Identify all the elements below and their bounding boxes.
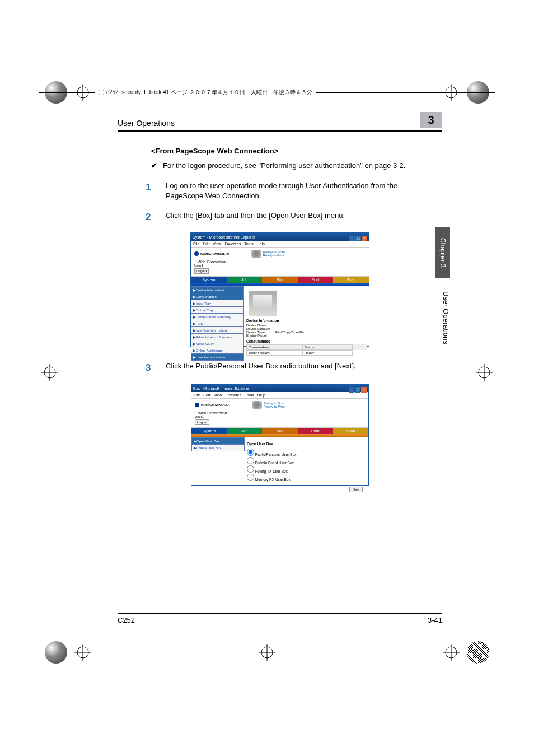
menu-admin-info[interactable]: ▶Administrator Information [191,334,244,340]
menu-favorites[interactable]: Favorites [224,242,241,246]
thumb-tab-chapter: Chapter 3 [435,227,450,278]
step-number: 1 [146,181,153,201]
tab-print[interactable]: Print [298,277,334,283]
radio-input[interactable] [247,474,254,481]
screenshot-system: System - Microsoft Internet Explorer -□×… [190,232,369,347]
radio-bulletin[interactable]: Bulletin Board User Box [247,457,366,465]
tab-box[interactable]: Box [262,428,297,434]
rule-thick [118,130,442,132]
tab-scan[interactable]: Scan [333,428,368,434]
maximize-icon[interactable]: □ [355,236,361,241]
menu-view[interactable]: View [213,242,221,246]
pswc-label: Web Connection [198,411,368,415]
pswc-label: Web Connection [198,260,369,264]
brand-text: KONICA MINOLTA [200,252,229,255]
step-text: Click the Public/Personal User Box radio… [166,361,356,375]
step-number: 2 [146,211,153,224]
dev-type-v: Print/Copy/Scan/Fax [275,330,306,334]
main-panel: Open User Box Public/Personal User Box B… [245,437,368,494]
tab-scan[interactable]: Scan [333,277,369,283]
menu-favorites[interactable]: Favorites [225,393,241,397]
next-button[interactable]: Next [349,487,363,492]
maximize-icon[interactable]: □ [355,387,360,393]
menu-tools[interactable]: Tools [245,393,254,397]
radio-memory-rx[interactable]: Memory RX User Box [247,474,366,482]
menu-online-assist[interactable]: ▶Online Assistance [191,347,244,354]
radio-polling-tx[interactable]: Polling TX User Box [247,465,366,473]
menu-tools[interactable]: Tools [244,242,253,246]
close-icon[interactable]: × [362,236,367,241]
crop-header: c252_security_E.book 41 ページ ２００７年４月１０日 火… [95,88,316,96]
tab-system[interactable]: System [191,277,227,283]
menu-file[interactable]: File [194,393,200,397]
minimize-icon[interactable]: - [349,236,355,241]
screenshot-box: Box - Microsoft Internet Explorer -□× Fi… [191,384,369,486]
reg-crosshair [476,364,493,381]
km-logo-icon [195,403,199,407]
close-icon[interactable]: × [361,387,367,393]
running-head-title: User Operations [118,119,175,128]
radio-input[interactable] [247,449,254,456]
window-titlebar: Box - Microsoft Internet Explorer -□× [191,384,368,392]
menu-edit[interactable]: Edit [203,242,209,246]
pswc-header: KONICA MINOLTA Ready to Scan Ready to Pr… [191,248,369,260]
logout-button[interactable]: Logout [195,419,209,425]
status-ready-print: Ready to Print [264,405,285,408]
menu-view[interactable]: View [213,393,222,397]
ie-menubar: File Edit View Favorites Tools Help [191,392,368,399]
page-footer: C252 3-41 [118,613,442,624]
menu-meter-count[interactable]: ▶Meter Count [191,340,244,347]
thumb-tab-section: User Operations [442,291,450,358]
radio-label: Public/Personal User Box [255,452,297,456]
logout-button[interactable]: Logout [194,268,209,274]
menu-help[interactable]: Help [257,393,265,397]
window-titlebar: System - Microsoft Internet Explorer -□× [191,233,369,241]
tab-print[interactable]: Print [298,428,333,434]
minimize-icon[interactable]: - [349,387,354,393]
menu-consumables[interactable]: ▶Consumables [191,293,244,300]
pswc-header: KONICA MINOLTA Ready to Scan Ready to Pr… [191,399,368,411]
reg-sphere-hatched [467,641,489,664]
tab-job[interactable]: Job [227,277,263,283]
menu-edit[interactable]: Edit [203,393,210,397]
menu-create-user-box[interactable]: ▶Create User Box [191,445,245,451]
menu-interface-info[interactable]: ▶Interface Information [191,327,244,334]
tab-box[interactable]: Box [262,277,298,283]
window-title: System - Microsoft Internet Explorer [193,235,255,239]
open-user-box-heading: Open User Box [247,442,366,446]
menu-hdd[interactable]: ▶HDD [191,320,244,327]
page: User Operations 3 <From PageScope Web Co… [112,112,448,633]
tab-job[interactable]: Job [227,428,262,434]
menu-device-info[interactable]: ▶Device Information [191,286,244,293]
menu-help[interactable]: Help [257,242,265,246]
step-number: 3 [146,361,153,375]
reg-sphere [45,641,67,664]
tab-system[interactable]: System [191,428,227,434]
side-menu: ▶Open User Box ▶Create User Box [191,437,245,494]
check-icon: ✔ [151,161,157,171]
device-info-heading: Device Information [246,319,367,323]
radio-input[interactable] [247,465,254,473]
menu-open-user-box[interactable]: ▶Open User Box [191,437,245,445]
km-logo-icon [194,251,199,256]
brand-text: KONICA MINOLTA [201,403,230,407]
printer-status-icon [251,250,261,258]
menu-output-tray[interactable]: ▶Output Tray [191,307,244,314]
menu-user-auth[interactable]: ▶User Authentication [191,354,244,361]
book-icon [99,90,104,95]
reg-crosshair [443,644,460,661]
printer-status-icon [252,401,262,409]
reg-crosshair [74,644,91,661]
menu-file[interactable]: File [193,242,199,246]
footer-right: 3-41 [428,616,442,624]
consum-status: Ready [302,350,353,356]
radio-label: Memory RX User Box [255,478,291,482]
radio-input[interactable] [247,457,254,464]
crop-header-text: c252_security_E.book 41 ページ ２００７年４月１０日 火… [106,88,312,96]
step-text: Click the [Box] tab and then the [Open U… [166,211,345,224]
reg-crosshair [259,644,275,661]
radio-public-personal[interactable]: Public/Personal User Box [247,449,366,456]
menu-input-tray[interactable]: ▶Input Tray [191,300,244,307]
menu-config-summary[interactable]: ▶Configuration Summary [191,314,244,320]
radio-label: Polling TX User Box [255,469,288,473]
